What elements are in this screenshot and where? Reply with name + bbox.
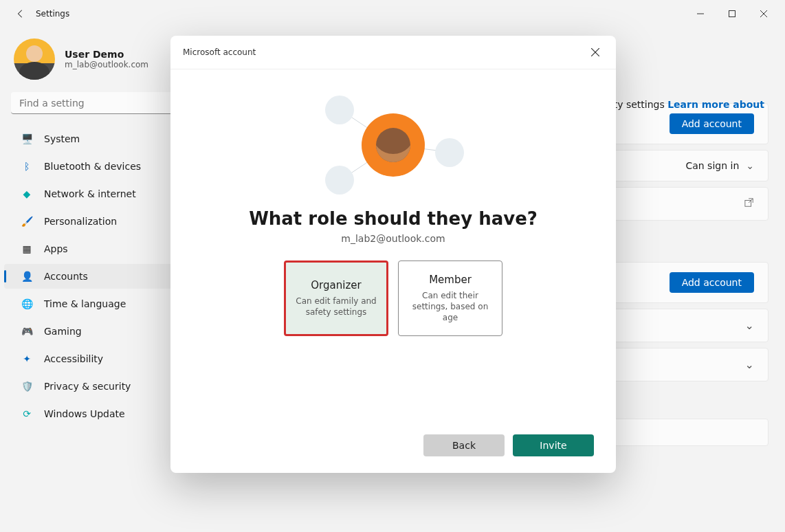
sidebar-item-label: Privacy & security [44,381,131,392]
apps-icon: ▦ [21,243,33,255]
back-button[interactable] [15,8,26,19]
role-dialog: Microsoft account What role should they … [170,36,616,473]
add-account-button-2[interactable]: Add account [670,272,754,293]
family-illustration [321,90,465,200]
role-desc: Can edit family and safety settings [294,296,378,318]
window-title: Settings [36,9,69,19]
bluetooth-icon: ᛒ [21,160,33,173]
role-option-organizer[interactable]: Organizer Can edit family and safety set… [284,261,388,336]
shield-icon: 🛡️ [21,380,33,392]
role-title: Member [429,274,472,286]
sidebar-item-label: System [44,133,80,144]
close-button[interactable] [748,3,780,25]
learn-more-link[interactable]: Learn more about [667,99,764,110]
role-desc: Can edit their settings, based on age [407,290,494,324]
sidebar-item-label: Accessibility [44,353,103,364]
dialog-close-button[interactable] [587,44,604,60]
svg-rect-1 [729,11,736,17]
search-input[interactable] [11,92,195,114]
display-icon: 🖥️ [21,133,33,145]
sidebar-item-label: Windows Update [44,408,125,419]
sidebar-item-label: Accounts [44,271,88,282]
sidebar-item-label: Bluetooth & devices [44,161,141,172]
sidebar-item-label: Time & language [44,298,126,309]
chevron-down-icon: ⌄ [745,358,754,371]
update-icon: ⟳ [21,408,33,420]
chevron-down-icon: ⌄ [745,319,754,332]
dialog-title: Microsoft account [183,47,256,57]
sign-in-dropdown[interactable]: Can sign in ⌄ [685,160,754,171]
user-email: m_lab@outlook.com [65,60,148,69]
minimize-button[interactable] [685,3,716,25]
avatar [14,38,55,80]
open-external-icon [744,197,754,210]
dialog-heading: What role should they have? [249,208,538,229]
user-name: User Demo [65,49,148,60]
person-icon: 👤 [21,270,33,282]
back-button[interactable]: Back [423,434,505,456]
role-option-member[interactable]: Member Can edit their settings, based on… [398,261,502,336]
wifi-icon: ◆ [21,188,33,200]
clock-icon: 🌐 [21,298,33,310]
sidebar-item-label: Gaming [44,326,82,337]
accessibility-icon: ✦ [21,353,33,365]
gamepad-icon: 🎮 [21,325,33,337]
role-title: Organizer [311,279,361,291]
invite-button[interactable]: Invite [513,434,594,456]
add-account-button[interactable]: Add account [670,113,754,134]
maximize-button[interactable] [716,3,748,25]
sidebar-item-label: Network & internet [44,188,136,199]
learn-more-strip: afety settings Learn more about [599,99,764,110]
sidebar-item-label: Personalization [44,216,117,227]
titlebar: Settings [0,0,785,27]
dialog-email: m_lab2@outlook.com [341,233,445,244]
paintbrush-icon: 🖌️ [21,215,33,228]
sign-in-label: Can sign in [685,160,739,171]
sidebar-item-label: Apps [44,243,68,254]
chevron-down-icon: ⌄ [746,160,754,171]
